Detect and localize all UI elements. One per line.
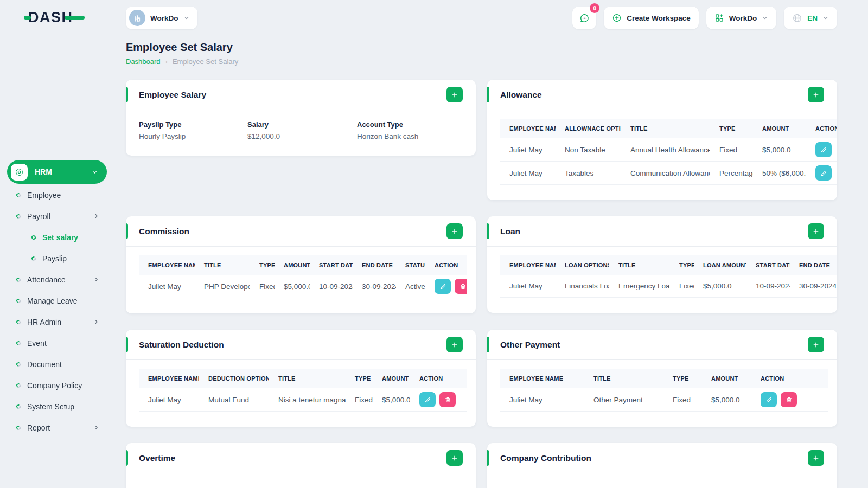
table-cell: Juliet May — [500, 275, 556, 298]
delete-button[interactable] — [781, 392, 797, 407]
topbar: WorkDo 0 Create Workspace WorkDo EN — [126, 0, 837, 31]
plus-icon — [812, 341, 820, 349]
sidebar-item-document[interactable]: Document — [0, 354, 114, 375]
sidebar-item-hr-admin[interactable]: HR Admin — [0, 311, 114, 332]
column-header: TITLE — [195, 255, 250, 275]
edit-button[interactable] — [815, 142, 832, 157]
card-title: Loan — [500, 227, 520, 236]
card-accent-bar — [487, 87, 489, 102]
sidebar-item-attendance[interactable]: Attendance — [0, 269, 114, 290]
card-header: Allowance — [487, 80, 837, 110]
breadcrumb-dashboard-link[interactable]: Dashboard — [126, 57, 161, 66]
table-cell: Juliet May — [139, 388, 199, 412]
column-header: LOAN AMOUNT — [694, 255, 746, 275]
language-label: EN — [807, 14, 818, 22]
table-cell: Active — [396, 275, 425, 298]
column-header: TYPE — [663, 369, 702, 388]
delete-button[interactable] — [455, 279, 467, 294]
messages-button[interactable]: 0 — [572, 7, 596, 29]
table-cell: Financials Loan — [556, 275, 609, 298]
language-selector[interactable]: EN — [784, 7, 837, 29]
table-cell: 30-09-2024 — [353, 275, 396, 298]
row-actions — [751, 388, 828, 412]
edit-button[interactable] — [435, 279, 451, 294]
main-area: WorkDo 0 Create Workspace WorkDo EN — [126, 0, 868, 488]
create-workspace-button[interactable]: Create Workspace — [604, 7, 699, 29]
delete-button[interactable] — [439, 392, 456, 407]
table-cell: Nisi a tenetur magna — [269, 388, 346, 412]
breadcrumb: Dashboard › Employee Set Salary — [126, 57, 837, 66]
table-header-row: EMPLOYEE NAMELOAN OPTIONSTITLETYPELOAN A… — [500, 255, 837, 275]
edit-button[interactable] — [761, 392, 777, 407]
edit-icon — [820, 146, 827, 153]
add-company-contribution-button[interactable] — [808, 450, 824, 466]
add-loan-button[interactable] — [808, 223, 824, 239]
card-company-contribution: Company Contribution — [487, 443, 837, 488]
sidebar-item-label: Employee — [27, 191, 61, 200]
app-logo[interactable]: DASH — [0, 0, 114, 35]
workspace-selector-label: WorkDo — [150, 14, 178, 22]
sidebar-item-payslip[interactable]: Payslip — [0, 248, 114, 269]
add-employee-salary-button[interactable] — [446, 87, 463, 102]
edit-button[interactable] — [815, 165, 832, 181]
sidebar-item-system-setup[interactable]: System Setup — [0, 396, 114, 417]
row-actions — [425, 275, 467, 298]
table-cell: Communication Allowance — [621, 162, 710, 185]
loan-table: EMPLOYEE NAMELOAN OPTIONSTITLETYPELOAN A… — [500, 255, 837, 298]
card-accent-bar — [126, 223, 128, 239]
workdo-menu-button[interactable]: WorkDo — [706, 7, 777, 29]
table-cell: 50% ($6,000.0) — [753, 162, 806, 185]
workspace-selector[interactable]: WorkDo — [126, 7, 197, 29]
field-label: Salary — [247, 120, 357, 129]
add-overtime-button[interactable] — [446, 450, 463, 466]
card-saturation-deduction: Saturation Deduction EMPLOYEE NAMEDEDUCT… — [126, 330, 476, 427]
add-saturation-deduction-button[interactable] — [446, 337, 463, 352]
hrm-icon — [11, 164, 28, 181]
sidebar-item-label: Manage Leave — [27, 297, 78, 305]
table-cell: Emergency Loan — [609, 275, 670, 298]
column-header: TITLE — [584, 369, 663, 388]
column-header: END DATE — [353, 255, 396, 275]
divider — [487, 359, 837, 360]
sidebar-item-payroll[interactable]: Payroll — [0, 206, 114, 227]
card-title: Company Contribution — [500, 453, 591, 463]
table-header-row: EMPLOYEE NAMEALLOWNACE OPTIONTITLETYPEAM… — [500, 119, 837, 138]
add-other-payment-button[interactable] — [808, 337, 824, 352]
edit-icon — [820, 170, 827, 177]
bullet-icon — [31, 255, 36, 261]
sidebar-item-event[interactable]: Event — [0, 332, 114, 354]
sidebar-item-company-policy[interactable]: Company Policy — [0, 375, 114, 396]
bullet-icon — [16, 403, 21, 409]
card-title: Allowance — [500, 90, 542, 100]
sidebar-item-employee[interactable]: Employee — [0, 184, 114, 206]
add-allowance-button[interactable] — [808, 87, 824, 102]
add-commission-button[interactable] — [446, 223, 463, 239]
table-header-row: EMPLOYEE NAMETITLETYPEAMOUNTSTART DATEEN… — [139, 255, 467, 275]
sidebar-item-label: HRM — [35, 168, 52, 176]
table-header-row: EMPLOYEE NAMETITLETYPEAMOUNTACTION — [500, 369, 828, 388]
edit-button[interactable] — [419, 392, 436, 407]
bullet-icon — [16, 298, 21, 303]
saturation-deduction-table: EMPLOYEE NAMEDEDUCTION OPTIONTITLETYPEAM… — [139, 369, 467, 412]
sidebar-item-set-salary[interactable]: Set salary — [0, 227, 114, 248]
allowance-table: EMPLOYEE NAMEALLOWNACE OPTIONTITLETYPEAM… — [500, 119, 837, 185]
sidebar-item-report[interactable]: Report — [0, 417, 114, 438]
bullet-icon — [16, 361, 21, 367]
table-cell: Fixed — [663, 388, 702, 412]
sidebar-item-label: Payroll — [27, 212, 50, 221]
bullet-icon — [16, 277, 21, 282]
card-body-clipped — [126, 473, 476, 488]
bullet-icon — [16, 192, 21, 197]
table-cell: Fixed — [710, 138, 753, 162]
table-cell: Mutual Fund — [199, 388, 269, 412]
messages-badge: 0 — [590, 3, 599, 13]
table-cell: Fixed — [346, 388, 373, 412]
chat-icon — [579, 12, 590, 24]
sidebar-item-hrm[interactable]: HRM — [7, 160, 107, 184]
card-accent-bar — [126, 337, 128, 352]
sidebar-item-manage-leave[interactable]: Manage Leave — [0, 290, 114, 311]
card-title: Employee Salary — [139, 90, 206, 100]
column-header: ACTION — [806, 119, 837, 138]
divider — [126, 246, 476, 247]
logo-accent-left — [24, 16, 31, 20]
